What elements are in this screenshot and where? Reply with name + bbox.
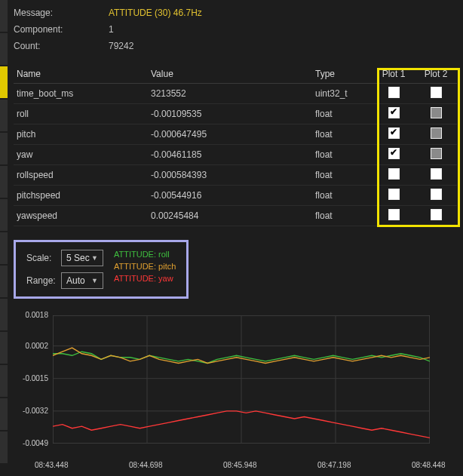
- field-name: roll: [14, 104, 148, 124]
- x-tick-label: 08:47.198: [317, 461, 351, 469]
- plot2-checkbox[interactable]: [431, 148, 442, 159]
- plot-legend: ATTITUDE: roll ATTITUDE: pitch ATTITUDE:…: [114, 250, 176, 283]
- side-tab[interactable]: [0, 199, 8, 231]
- table-row: pitch-0.000647495float: [14, 124, 457, 145]
- legend-roll: ATTITUDE: roll: [114, 250, 176, 259]
- scale-label: Scale:: [26, 253, 61, 263]
- x-tick-label: 08:45.948: [223, 461, 257, 469]
- table-row: rollspeed-0.000584393float: [14, 165, 457, 186]
- plot2-checkbox[interactable]: [431, 87, 442, 98]
- y-tick-label: 0.0018: [20, 311, 48, 319]
- field-value: -0.00461185: [148, 145, 312, 165]
- table-row: time_boot_ms3213552uint32_t: [14, 84, 457, 104]
- field-name: rollspeed: [14, 165, 148, 186]
- plot-svg: [53, 315, 430, 444]
- x-tick-label: 08:43.448: [35, 461, 69, 469]
- col-value[interactable]: Value: [148, 65, 312, 84]
- table-row: yaw-0.00461185float: [14, 145, 457, 165]
- field-type: float: [312, 124, 373, 145]
- y-tick-label: -0.0049: [20, 439, 48, 447]
- legend-pitch: ATTITUDE: pitch: [114, 262, 176, 271]
- field-name: yaw: [14, 145, 148, 165]
- side-tab[interactable]: [0, 232, 8, 264]
- component-label: Component:: [14, 21, 109, 38]
- field-value: -0.00109535: [148, 104, 312, 124]
- col-name[interactable]: Name: [14, 65, 148, 84]
- chevron-down-icon: ▼: [91, 277, 98, 284]
- field-name: pitchspeed: [14, 186, 148, 206]
- y-tick-label: -0.0032: [20, 407, 48, 415]
- field-type: float: [312, 206, 373, 226]
- table-row: pitchspeed-0.00544916float: [14, 186, 457, 206]
- plot1-checkbox[interactable]: [388, 189, 400, 200]
- plot-area[interactable]: 0.00180.0002-0.0015-0.0032-0.004908:43.4…: [14, 311, 457, 469]
- plot2-checkbox[interactable]: [431, 189, 442, 200]
- table-row: roll-0.00109535float: [14, 104, 457, 124]
- plot1-checkbox[interactable]: [388, 148, 400, 159]
- range-label: Range:: [26, 275, 61, 286]
- side-tab[interactable]: [0, 398, 8, 430]
- plot1-checkbox[interactable]: [388, 87, 400, 98]
- side-tab[interactable]: [0, 33, 8, 65]
- field-value: -0.00544916: [148, 186, 312, 206]
- plot1-checkbox[interactable]: [388, 107, 400, 118]
- scale-select[interactable]: 5 Sec ▼: [61, 250, 103, 266]
- count-label: Count:: [14, 38, 109, 54]
- plot2-checkbox[interactable]: [431, 107, 442, 118]
- range-value: Auto: [66, 275, 85, 286]
- header-count-row: Count: 79242: [14, 38, 457, 54]
- fields-table: Name Value Type Plot 1 Plot 2 time_boot_…: [14, 65, 457, 226]
- field-type: float: [312, 165, 373, 186]
- x-tick-label: 08:44.698: [129, 461, 163, 469]
- field-name: pitch: [14, 124, 148, 145]
- side-tab[interactable]: [0, 266, 8, 297]
- field-value: 3213552: [148, 84, 312, 104]
- message-label: Message:: [14, 5, 109, 21]
- col-type[interactable]: Type: [312, 65, 373, 84]
- side-tab[interactable]: [0, 332, 8, 364]
- field-type: uint32_t: [312, 84, 373, 104]
- component-value: 1: [109, 21, 114, 38]
- side-tab[interactable]: [0, 166, 8, 198]
- y-tick-label: 0.0002: [20, 342, 48, 350]
- side-tab[interactable]: [0, 0, 8, 32]
- plot2-checkbox[interactable]: [431, 127, 442, 139]
- legend-yaw: ATTITUDE: yaw: [114, 274, 176, 283]
- x-tick-label: 08:48.448: [412, 461, 446, 469]
- side-tab[interactable]: [0, 299, 8, 330]
- side-tabs: [0, 0, 8, 465]
- plot1-checkbox[interactable]: [388, 168, 400, 180]
- y-tick-label: -0.0015: [20, 374, 48, 382]
- side-tab[interactable]: [0, 66, 8, 98]
- table-row: yawspeed0.00245484float: [14, 206, 457, 226]
- field-name: time_boot_ms: [14, 84, 148, 104]
- chevron-down-icon: ▼: [91, 254, 98, 262]
- side-tab[interactable]: [0, 365, 8, 397]
- field-value: -0.000584393: [148, 165, 312, 186]
- count-value: 79242: [109, 38, 133, 54]
- field-type: float: [312, 145, 373, 165]
- plot1-checkbox[interactable]: [388, 127, 400, 139]
- col-plot1[interactable]: Plot 1: [373, 65, 415, 84]
- plot2-checkbox[interactable]: [431, 209, 442, 220]
- field-value: -0.000647495: [148, 124, 312, 145]
- side-tab[interactable]: [0, 431, 8, 463]
- range-select[interactable]: Auto ▼: [61, 272, 103, 289]
- scale-value: 5 Sec: [66, 253, 90, 263]
- field-name: yawspeed: [14, 206, 148, 226]
- side-tab[interactable]: [0, 133, 8, 164]
- field-type: float: [312, 104, 373, 124]
- header-message-row: Message: ATTITUDE (30) 46.7Hz: [14, 5, 457, 21]
- field-type: float: [312, 186, 373, 206]
- plot2-checkbox[interactable]: [431, 168, 442, 180]
- field-value: 0.00245484: [148, 206, 312, 226]
- header-component-row: Component: 1: [14, 21, 457, 38]
- plot1-checkbox[interactable]: [388, 209, 400, 220]
- side-tab[interactable]: [0, 100, 8, 131]
- col-plot2[interactable]: Plot 2: [415, 65, 457, 84]
- message-value: ATTITUDE (30) 46.7Hz: [109, 5, 202, 21]
- plot-controls: Scale: 5 Sec ▼ Range: Auto ▼ ATTITUDE: r…: [14, 240, 189, 299]
